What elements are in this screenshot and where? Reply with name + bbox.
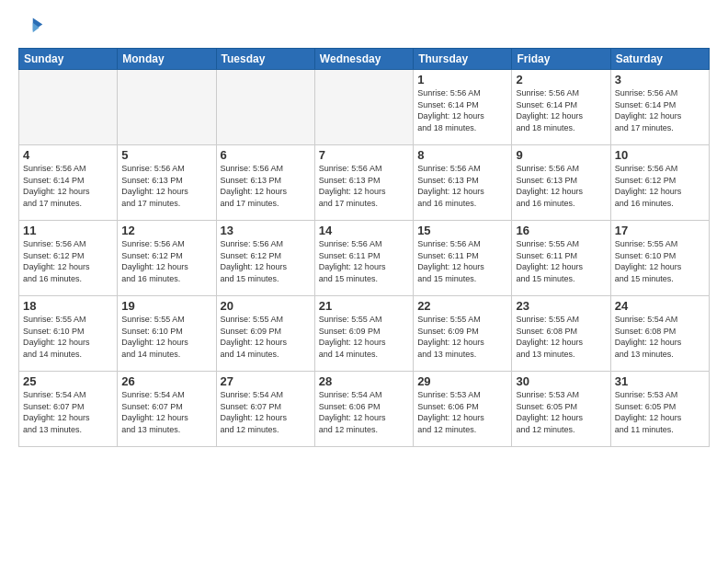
week-row-5: 25Sunrise: 5:54 AM Sunset: 6:07 PM Dayli… [19,372,710,447]
day-cell: 21Sunrise: 5:55 AM Sunset: 6:09 PM Dayli… [314,296,413,372]
day-info: Sunrise: 5:54 AM Sunset: 6:07 PM Dayligh… [121,389,211,435]
day-info: Sunrise: 5:54 AM Sunset: 6:08 PM Dayligh… [615,314,705,360]
day-cell: 17Sunrise: 5:55 AM Sunset: 6:10 PM Dayli… [610,221,709,296]
day-info: Sunrise: 5:55 AM Sunset: 6:09 PM Dayligh… [417,314,507,360]
weekday-header-saturday: Saturday [610,49,709,70]
day-info: Sunrise: 5:55 AM Sunset: 6:09 PM Dayligh… [221,314,311,360]
day-number: 18 [23,299,113,313]
week-row-3: 11Sunrise: 5:56 AM Sunset: 6:12 PM Dayli… [19,221,710,296]
day-number: 8 [417,148,507,162]
day-cell: 16Sunrise: 5:55 AM Sunset: 6:11 PM Dayli… [512,221,610,296]
day-number: 20 [221,299,311,313]
weekday-header-wednesday: Wednesday [314,49,413,70]
day-number: 9 [516,148,606,162]
day-cell: 26Sunrise: 5:54 AM Sunset: 6:07 PM Dayli… [118,372,216,447]
day-number: 22 [417,299,507,313]
day-number: 12 [121,224,211,237]
day-info: Sunrise: 5:56 AM Sunset: 6:13 PM Dayligh… [221,163,311,209]
day-info: Sunrise: 5:56 AM Sunset: 6:12 PM Dayligh… [121,238,211,284]
day-cell: 10Sunrise: 5:56 AM Sunset: 6:12 PM Dayli… [610,145,709,221]
day-cell: 1Sunrise: 5:56 AM Sunset: 6:14 PM Daylig… [414,70,512,145]
day-info: Sunrise: 5:53 AM Sunset: 6:05 PM Dayligh… [516,389,606,435]
day-info: Sunrise: 5:56 AM Sunset: 6:12 PM Dayligh… [23,238,113,284]
day-number: 26 [121,374,211,388]
day-info: Sunrise: 5:56 AM Sunset: 6:13 PM Dayligh… [319,163,409,209]
day-cell [118,70,216,145]
calendar-table: SundayMondayTuesdayWednesdayThursdayFrid… [18,48,710,447]
page: SundayMondayTuesdayWednesdayThursdayFrid… [0,0,728,563]
weekday-header-sunday: Sunday [19,49,118,70]
day-cell [19,70,118,145]
day-info: Sunrise: 5:56 AM Sunset: 6:14 PM Dayligh… [417,87,507,133]
day-cell: 31Sunrise: 5:53 AM Sunset: 6:05 PM Dayli… [610,372,709,447]
weekday-header-monday: Monday [118,49,216,70]
day-number: 17 [615,224,705,237]
day-info: Sunrise: 5:53 AM Sunset: 6:06 PM Dayligh… [417,389,507,435]
day-number: 6 [221,148,311,162]
logo-icon [18,15,44,40]
day-cell: 2Sunrise: 5:56 AM Sunset: 6:14 PM Daylig… [512,70,610,145]
day-number: 10 [615,148,705,162]
week-row-1: 1Sunrise: 5:56 AM Sunset: 6:14 PM Daylig… [19,70,710,145]
day-info: Sunrise: 5:55 AM Sunset: 6:11 PM Dayligh… [516,238,606,284]
day-number: 13 [221,224,311,237]
day-info: Sunrise: 5:56 AM Sunset: 6:14 PM Dayligh… [615,87,705,133]
week-row-4: 18Sunrise: 5:55 AM Sunset: 6:10 PM Dayli… [19,296,710,372]
day-cell: 18Sunrise: 5:55 AM Sunset: 6:10 PM Dayli… [19,296,118,372]
day-number: 5 [121,148,211,162]
day-cell: 8Sunrise: 5:56 AM Sunset: 6:13 PM Daylig… [414,145,512,221]
day-number: 29 [417,374,507,388]
day-info: Sunrise: 5:56 AM Sunset: 6:12 PM Dayligh… [221,238,311,284]
day-info: Sunrise: 5:53 AM Sunset: 6:05 PM Dayligh… [615,389,705,435]
day-number: 2 [516,73,606,86]
day-info: Sunrise: 5:55 AM Sunset: 6:10 PM Dayligh… [615,238,705,284]
day-number: 28 [319,374,409,388]
day-info: Sunrise: 5:54 AM Sunset: 6:07 PM Dayligh… [221,389,311,435]
day-cell: 30Sunrise: 5:53 AM Sunset: 6:05 PM Dayli… [512,372,610,447]
day-cell: 3Sunrise: 5:56 AM Sunset: 6:14 PM Daylig… [610,70,709,145]
day-number: 21 [319,299,409,313]
day-number: 15 [417,224,507,237]
day-info: Sunrise: 5:55 AM Sunset: 6:08 PM Dayligh… [516,314,606,360]
day-cell: 23Sunrise: 5:55 AM Sunset: 6:08 PM Dayli… [512,296,610,372]
day-number: 16 [516,224,606,237]
day-info: Sunrise: 5:56 AM Sunset: 6:13 PM Dayligh… [516,163,606,209]
day-info: Sunrise: 5:54 AM Sunset: 6:07 PM Dayligh… [23,389,113,435]
day-cell: 22Sunrise: 5:55 AM Sunset: 6:09 PM Dayli… [414,296,512,372]
day-cell: 29Sunrise: 5:53 AM Sunset: 6:06 PM Dayli… [414,372,512,447]
day-info: Sunrise: 5:56 AM Sunset: 6:12 PM Dayligh… [615,163,705,209]
day-cell [314,70,413,145]
day-number: 11 [23,224,113,237]
day-info: Sunrise: 5:56 AM Sunset: 6:14 PM Dayligh… [516,87,606,133]
day-number: 19 [121,299,211,313]
day-cell: 9Sunrise: 5:56 AM Sunset: 6:13 PM Daylig… [512,145,610,221]
day-cell [216,70,314,145]
day-number: 23 [516,299,606,313]
day-info: Sunrise: 5:56 AM Sunset: 6:11 PM Dayligh… [417,238,507,284]
day-cell: 20Sunrise: 5:55 AM Sunset: 6:09 PM Dayli… [216,296,314,372]
logo [18,15,48,40]
day-info: Sunrise: 5:55 AM Sunset: 6:10 PM Dayligh… [121,314,211,360]
day-cell: 24Sunrise: 5:54 AM Sunset: 6:08 PM Dayli… [610,296,709,372]
day-cell: 12Sunrise: 5:56 AM Sunset: 6:12 PM Dayli… [118,221,216,296]
day-cell: 7Sunrise: 5:56 AM Sunset: 6:13 PM Daylig… [314,145,413,221]
day-cell: 4Sunrise: 5:56 AM Sunset: 6:14 PM Daylig… [19,145,118,221]
day-number: 25 [23,374,113,388]
day-cell: 15Sunrise: 5:56 AM Sunset: 6:11 PM Dayli… [414,221,512,296]
weekday-header-row: SundayMondayTuesdayWednesdayThursdayFrid… [19,49,710,70]
day-number: 24 [615,299,705,313]
day-number: 31 [615,374,705,388]
day-info: Sunrise: 5:56 AM Sunset: 6:11 PM Dayligh… [319,238,409,284]
day-cell: 27Sunrise: 5:54 AM Sunset: 6:07 PM Dayli… [216,372,314,447]
day-cell: 19Sunrise: 5:55 AM Sunset: 6:10 PM Dayli… [118,296,216,372]
day-info: Sunrise: 5:56 AM Sunset: 6:13 PM Dayligh… [417,163,507,209]
day-number: 7 [319,148,409,162]
day-info: Sunrise: 5:54 AM Sunset: 6:06 PM Dayligh… [319,389,409,435]
day-info: Sunrise: 5:55 AM Sunset: 6:09 PM Dayligh… [319,314,409,360]
weekday-header-friday: Friday [512,49,610,70]
day-number: 14 [319,224,409,237]
day-cell: 28Sunrise: 5:54 AM Sunset: 6:06 PM Dayli… [314,372,413,447]
weekday-header-tuesday: Tuesday [216,49,314,70]
weekday-header-thursday: Thursday [414,49,512,70]
day-cell: 11Sunrise: 5:56 AM Sunset: 6:12 PM Dayli… [19,221,118,296]
